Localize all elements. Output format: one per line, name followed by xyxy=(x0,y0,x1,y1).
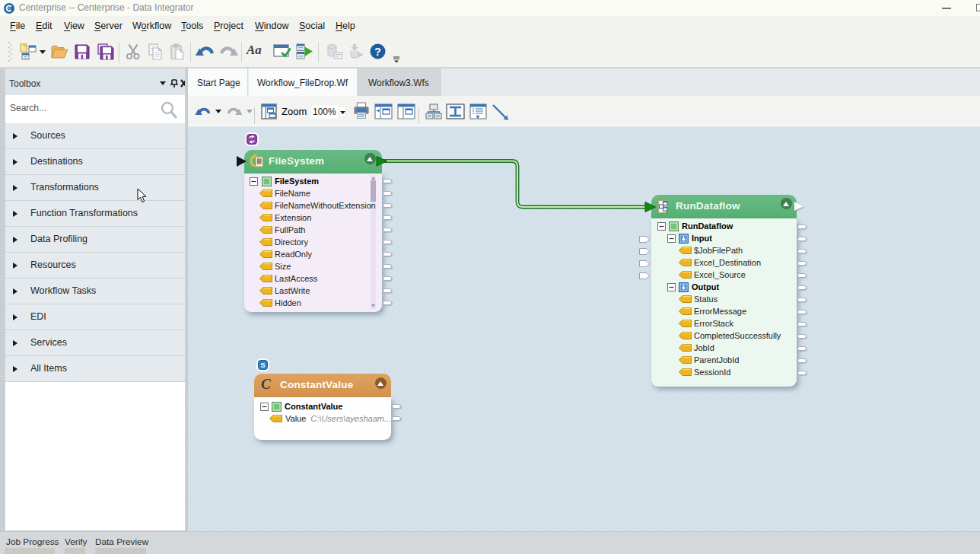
svg-text:?: ? xyxy=(374,46,381,58)
